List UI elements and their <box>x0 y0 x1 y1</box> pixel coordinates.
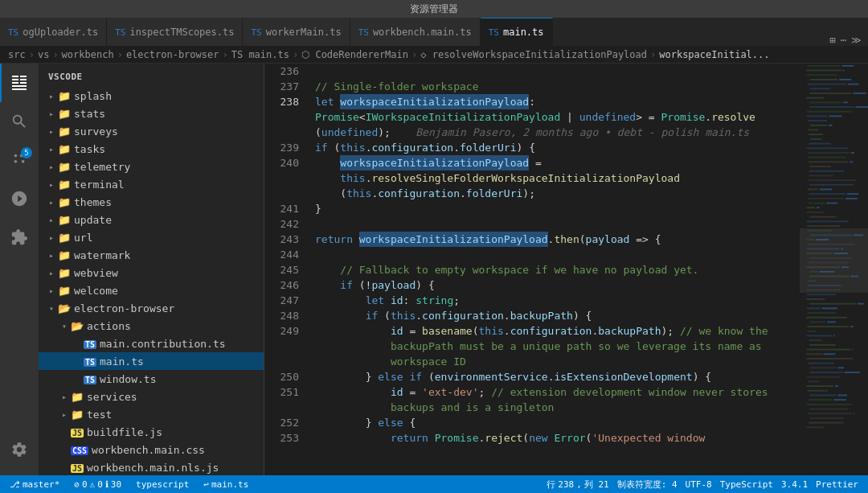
tree-item-main-contribution-ts[interactable]: TSmain.contribution.ts <box>39 335 264 352</box>
line-numbers: 2362372382392402412422432442452462472482… <box>264 64 309 475</box>
tree-label: actions <box>87 320 131 332</box>
status-language[interactable]: TypeScript <box>717 479 776 491</box>
activity-icon-debug[interactable] <box>0 179 39 218</box>
tab-workerMain[interactable]: TSworkerMain.ts <box>243 18 350 46</box>
line-number: 238 <box>264 94 309 109</box>
filename-label: main.ts <box>211 479 248 490</box>
tree-item-actions[interactable]: ▾📂actions <box>39 317 264 335</box>
breadcrumb: src›vs›workbench›electron-browser›TS mai… <box>0 46 868 64</box>
tree-arrow: ▸ <box>45 213 58 226</box>
tree-label: terminal <box>74 179 125 191</box>
breadcrumb-item[interactable]: src <box>8 49 26 60</box>
status-indent[interactable]: 制表符宽度: 4 <box>614 479 681 491</box>
overflow-icon[interactable]: ≫ <box>851 35 862 46</box>
ts-icon: TS <box>489 27 499 38</box>
tab-logUploader[interactable]: TSogUploader.ts <box>0 18 107 46</box>
status-line[interactable]: 行 238, 列 21 <box>543 479 612 491</box>
tree-label: watermark <box>74 249 130 261</box>
minimap-viewport <box>800 228 868 293</box>
tree-item-welcome[interactable]: ▸📁welcome <box>39 281 264 299</box>
more-actions-icon[interactable]: ⋯ <box>841 35 846 46</box>
code-lines[interactable]: // Single-folder workspacelet workspaceI… <box>309 64 800 475</box>
breadcrumb-item[interactable]: TS main.ts <box>231 49 289 60</box>
encoding-label: UTF-8 <box>686 479 712 490</box>
tab-label: workerMain.ts <box>266 27 342 38</box>
tree-item-webview[interactable]: ▸📁webview <box>39 264 264 281</box>
tree-item-terminal[interactable]: ▸📁terminal <box>39 175 264 193</box>
tree-label: workbench.main.nls.js <box>87 462 219 474</box>
activity-icon-search[interactable] <box>0 102 39 141</box>
tree-icon: 📁 <box>58 179 71 191</box>
tree-item-window-ts[interactable]: TSwindow.ts <box>39 370 264 388</box>
tree-icon: TS <box>84 355 96 368</box>
tree-item-url[interactable]: ▸📁url <box>39 228 264 246</box>
tree-item-telemetry[interactable]: ▸📁telemetry <box>39 158 264 175</box>
status-encoding[interactable]: UTF-8 <box>682 479 715 491</box>
sidebar-tree: ▸📁splash▸📁stats▸📁surveys▸📁tasks▸📁telemet… <box>39 87 264 475</box>
breadcrumb-item[interactable]: electron-browser <box>126 49 219 60</box>
status-filename[interactable]: ↩ main.ts <box>200 479 252 490</box>
breadcrumb-item[interactable]: workbench <box>62 49 114 60</box>
status-version[interactable]: 3.4.1 <box>778 479 811 491</box>
tree-item-update[interactable]: ▸📁update <box>39 211 264 228</box>
line-num: 238 <box>558 479 574 490</box>
tab-workbenchMainTs[interactable]: TSworkbench.main.ts <box>350 18 481 46</box>
tab-label: ogUploader.ts <box>23 27 98 38</box>
tree-icon: 📁 <box>58 285 71 297</box>
line-number: 240 <box>264 155 309 170</box>
minimap[interactable] <box>800 64 868 475</box>
tree-label: workbench.main.css <box>92 444 205 456</box>
activity-icon-settings[interactable] <box>0 430 39 469</box>
tree-item-surveys[interactable]: ▸📁surveys <box>39 122 264 140</box>
breadcrumb-item[interactable]: workspaceInitial... <box>659 49 769 60</box>
tree-icon: CSS <box>71 444 88 456</box>
tree-item-themes[interactable]: ▸📁themes <box>39 193 264 211</box>
tree-label: telemetry <box>74 161 130 173</box>
line-number <box>264 339 309 354</box>
status-prettier[interactable]: Prettier <box>813 479 862 491</box>
breadcrumb-item[interactable]: ◇ resolveWorkspaceInitializationPayload <box>420 49 647 60</box>
status-errors[interactable]: ⊘ 0 ⚠ 0 ℹ 30 <box>71 479 125 490</box>
breadcrumb-item[interactable]: ⬡ CodeRendererMain <box>301 49 408 60</box>
activity-icon-source-control[interactable]: 5 <box>0 141 39 179</box>
tree-item-services[interactable]: ▸📁services <box>39 388 264 405</box>
breadcrumb-separator: › <box>293 49 298 60</box>
line-number <box>264 170 309 186</box>
error-count: 0 <box>82 479 88 490</box>
tree-icon: TS <box>84 373 96 385</box>
main-layout: 5 VSCODE ▸📁splash▸📁stats▸📁surveys▸📁tasks… <box>0 64 868 475</box>
tree-item-workbench-main-css[interactable]: CSSworkbench.main.css <box>39 441 264 458</box>
tree-label: surveys <box>74 125 118 138</box>
activity-icon-extensions[interactable] <box>0 218 39 257</box>
tree-icon: 📁 <box>58 90 71 102</box>
tree-item-splash[interactable]: ▸📁splash <box>39 87 264 105</box>
activity-icon-explorer[interactable] <box>0 64 39 102</box>
tree-item-test[interactable]: ▸📁test <box>39 405 264 423</box>
info-icon: ℹ <box>105 479 108 490</box>
split-editor-icon[interactable]: ⊞ <box>830 35 836 46</box>
breadcrumb-separator: › <box>411 49 417 60</box>
status-branch[interactable]: ⎇ master* <box>6 479 63 490</box>
tree-item-buildfile-js[interactable]: JSbuildfile.js <box>39 423 264 441</box>
tree-item-tasks[interactable]: ▸📁tasks <box>39 140 264 158</box>
breadcrumb-item[interactable]: vs <box>38 49 49 60</box>
tab-actions[interactable]: ⊞ ⋯ ≫ <box>824 35 868 46</box>
error-icon: ⊘ <box>74 479 80 490</box>
tree-item-watermark[interactable]: ▸📁watermark <box>39 246 264 264</box>
code-line: workspace ID <box>315 354 800 369</box>
tab-mainTs[interactable]: TSmain.ts <box>481 18 553 46</box>
tree-icon: 📁 <box>58 143 71 155</box>
code-line: let workspaceInitializationPayload: <box>315 94 800 109</box>
tab-inspectTMScopes[interactable]: TSinspectTMScopes.ts <box>107 18 243 46</box>
tree-item-main-ts[interactable]: TSmain.ts <box>39 352 264 370</box>
tree-item-workbench-main-nls-js[interactable]: JSworkbench.main.nls.js <box>39 458 264 475</box>
tree-item-electron-browser[interactable]: ▾📂electron-browser <box>39 299 264 317</box>
code-line: } else if (environmentService.isExtensio… <box>315 369 800 384</box>
tree-item-stats[interactable]: ▸📁stats <box>39 105 264 122</box>
status-filetype[interactable]: typescript <box>133 479 192 490</box>
tree-arrow <box>71 355 84 368</box>
tree-arrow: ▸ <box>45 195 58 208</box>
code-line: } <box>315 201 800 216</box>
code-content[interactable]: 2362372382392402412422432442452462472482… <box>264 64 868 475</box>
tree-icon: 📁 <box>71 391 84 403</box>
